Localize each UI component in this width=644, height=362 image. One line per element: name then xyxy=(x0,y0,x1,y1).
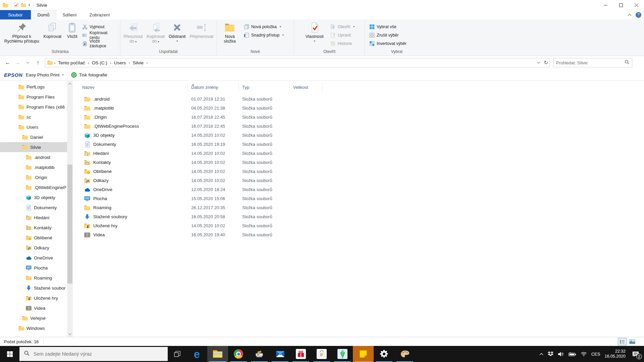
printer3d-taskbar-button[interactable] xyxy=(249,346,270,362)
task-view-button[interactable] xyxy=(168,346,186,362)
column-header-datum[interactable]: Datum změny xyxy=(188,83,239,92)
sidebar-item-sta-en-soubor[interactable]: Stažené soubor xyxy=(0,283,73,293)
properties-qat-icon[interactable] xyxy=(14,3,18,7)
taskbar-search[interactable] xyxy=(19,347,168,361)
file-row-origin[interactable]: .Origin16.07.2018 22:45Složka souborů xyxy=(73,113,644,122)
easy-access-button[interactable]: Snadný přístup ▾ xyxy=(242,32,285,39)
tab-soubor[interactable]: Soubor xyxy=(0,10,31,19)
sidebar-item-ulo-en-hry[interactable]: Uložené hry xyxy=(0,293,73,303)
sidebar-scrollbar[interactable] xyxy=(67,81,73,337)
tab-zobrazeni[interactable]: Zobrazení xyxy=(83,10,116,19)
sims-taskbar-button[interactable] xyxy=(332,346,353,362)
search-icon[interactable] xyxy=(625,60,629,66)
column-header-nazev[interactable]: Název xyxy=(73,83,188,92)
history-button[interactable]: Historie xyxy=(329,40,357,47)
column-header-velikost[interactable]: Velikost xyxy=(290,83,323,92)
sidebar-item-qtwebenginep[interactable]: .QtWebEngineP xyxy=(0,182,73,192)
chrome-taskbar-button[interactable] xyxy=(228,346,249,362)
settings-taskbar-button[interactable] xyxy=(374,346,394,362)
file-row-android[interactable]: .android01.07.2019 12:31Složka souborů xyxy=(73,95,644,104)
address-bar[interactable]: › Tento počítač›OS (C:)›Users›Silvie› ↻ xyxy=(45,58,550,67)
epson-dropdown-icon[interactable]: ▾ xyxy=(62,73,64,76)
open-button[interactable]: Otevřít ▾ xyxy=(329,23,357,30)
edge-taskbar-button[interactable]: e xyxy=(186,346,207,362)
select-all-button[interactable]: Vybrat vše xyxy=(368,23,408,30)
paint-taskbar-button[interactable] xyxy=(394,346,415,362)
new-folder-qat-icon[interactable] xyxy=(21,3,26,7)
file-row-plocha[interactable]: Plocha15.05.2020 15:06Složka souborů xyxy=(73,194,644,203)
recent-locations-chevron[interactable] xyxy=(23,58,33,67)
copy-button[interactable]: Kopírovat xyxy=(41,20,64,40)
back-button[interactable]: ← xyxy=(3,58,13,67)
file-row-hled-n[interactable]: Hledání14.05.2020 10:02Složka souborů xyxy=(73,149,644,158)
breadcrumb-users[interactable]: Users xyxy=(113,60,127,65)
sidebar-item-roaming[interactable]: Roaming xyxy=(0,273,73,283)
details-view-button[interactable] xyxy=(618,338,627,345)
breadcrumb-separator[interactable]: › xyxy=(127,60,131,65)
file-row-odkazy[interactable]: Odkazy14.05.2020 10:02Složka souborů xyxy=(73,176,644,185)
column-header-typ[interactable]: Typ xyxy=(239,83,290,92)
sidebar-item-obl-ben[interactable]: Oblíbené xyxy=(0,233,73,243)
tab-sdileni[interactable]: Sdílení xyxy=(56,10,83,19)
file-row-sta-en-soubory[interactable]: Stažené soubory16.05.2020 20:58Složka so… xyxy=(73,212,644,221)
breadcrumb-separator[interactable]: › xyxy=(145,60,149,65)
sidebar-item-perflogs[interactable]: PerfLogs xyxy=(0,82,73,92)
sidebar-item-videa[interactable]: Videa xyxy=(0,303,73,313)
sidebar-item-program-files[interactable]: Program Files xyxy=(0,92,73,102)
tab-domu[interactable]: Domů xyxy=(31,10,56,19)
sticky-notes-taskbar-button[interactable] xyxy=(353,346,374,362)
file-explorer-taskbar-button[interactable] xyxy=(207,346,228,362)
scroll-up-arrow[interactable] xyxy=(67,81,73,86)
sidebar-item-matplotlib[interactable]: .matplotlib xyxy=(0,162,73,172)
sidebar-item-hled-n[interactable]: Hledání xyxy=(0,213,73,223)
file-row-ulo-en-hry[interactable]: Uložené hry14.05.2020 10:02Složka soubor… xyxy=(73,221,644,230)
file-row-qtwebengineprocess[interactable]: .QtWebEngineProcess16.07.2018 22:45Složk… xyxy=(73,122,644,131)
maximize-button[interactable] xyxy=(613,0,629,10)
breadcrumb-separator[interactable]: › xyxy=(87,60,91,65)
sidebar-item-odkazy[interactable]: Odkazy xyxy=(0,243,73,253)
cut-button[interactable]: Vyjmout xyxy=(80,23,117,30)
breadcrumb-tento-po-ta[interactable]: Tento počítač xyxy=(57,60,86,65)
copy-path-button[interactable]: W... Kopírovat cestu xyxy=(80,32,117,39)
rename-button[interactable]: Přejmenovat xyxy=(189,20,215,40)
select-none-button[interactable]: Zrušit výběr xyxy=(368,32,408,39)
up-button[interactable]: ↑ xyxy=(33,58,43,67)
sidebar-item-program-files-x86[interactable]: Program Files (x86 xyxy=(0,102,73,112)
new-folder-button[interactable]: Nová složka xyxy=(219,20,240,45)
help-icon[interactable]: ? xyxy=(636,12,641,18)
scroll-down-arrow[interactable] xyxy=(67,331,73,337)
address-dropdown-icon[interactable] xyxy=(537,62,540,64)
large-icons-view-button[interactable] xyxy=(628,338,637,345)
sidebar-item-3d-objekty[interactable]: 3D objekty xyxy=(0,192,73,202)
file-row-dokumenty[interactable]: Dokumenty16.05.2020 19:19Složka souborů xyxy=(73,140,644,149)
store-taskbar-button[interactable] xyxy=(311,346,332,362)
collapse-ribbon-icon[interactable] xyxy=(628,14,632,16)
search-input[interactable] xyxy=(553,60,621,65)
mail-taskbar-button[interactable] xyxy=(270,346,290,362)
show-hidden-icons-chevron[interactable] xyxy=(539,353,543,355)
pin-to-quick-access-button[interactable]: Připnout k Rychlému přístupu xyxy=(3,20,41,45)
sidebar-item-kontakty[interactable]: Kontakty xyxy=(0,223,73,233)
edit-button[interactable]: Upravit xyxy=(329,32,357,39)
file-row-kontakty[interactable]: Kontakty14.05.2020 10:02Složka souborů xyxy=(73,158,644,167)
sidebar-item-windows[interactable]: Windows xyxy=(0,323,73,333)
delete-button[interactable]: Odstranit ▾ xyxy=(167,20,187,44)
forward-button[interactable]: → xyxy=(13,58,23,67)
breadcrumb-silvie[interactable]: Silvie xyxy=(131,60,145,65)
sidebar-item-onedrive[interactable]: OneDrive xyxy=(0,253,73,263)
volume-icon[interactable] xyxy=(558,352,564,357)
file-row-onedrive[interactable]: OneDrive12.05.2020 18:24Složka souborů xyxy=(73,185,644,194)
sidebar-item-daniel[interactable]: Daniel xyxy=(0,132,73,142)
tisk-fotografie-button[interactable]: Tisk fotografie xyxy=(71,72,107,78)
gift-taskbar-button[interactable] xyxy=(290,346,311,362)
sidebar-item-sc[interactable]: sc xyxy=(0,112,73,122)
sidebar-item-ve-ejn[interactable]: Veřejné xyxy=(0,313,73,323)
language-indicator[interactable]: CES xyxy=(591,352,600,357)
new-item-button[interactable]: Nová položka ▾ xyxy=(242,23,285,30)
file-row-3d-objekty[interactable]: 3D objekty14.05.2020 10:02Složka souborů xyxy=(73,131,644,140)
invert-selection-button[interactable]: Invertovat výběr xyxy=(368,40,408,47)
clock[interactable]: 22:32 16.05.2020 xyxy=(604,349,626,359)
action-center-button[interactable]: 2 xyxy=(630,348,641,360)
file-row-roaming[interactable]: Roaming26.12.2017 20:35Složka souborů xyxy=(73,203,644,212)
taskbar-search-input[interactable] xyxy=(34,351,158,357)
